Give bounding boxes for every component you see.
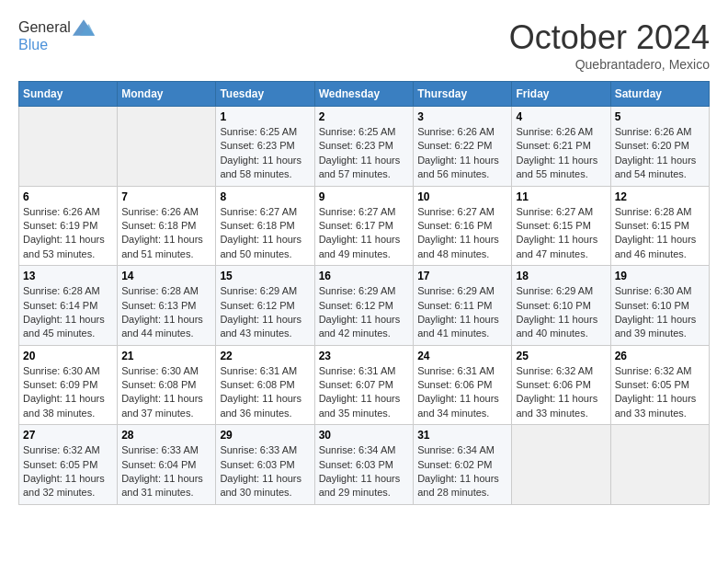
day-info: Sunrise: 6:26 AMSunset: 6:18 PMDaylight:… bbox=[121, 205, 211, 262]
page-header: General Blue October 2024 Quebrantadero,… bbox=[18, 18, 710, 72]
day-info: Sunrise: 6:32 AMSunset: 6:05 PMDaylight:… bbox=[615, 364, 705, 421]
title-block: October 2024 Quebrantadero, Mexico bbox=[509, 18, 710, 72]
day-info: Sunrise: 6:32 AMSunset: 6:06 PMDaylight:… bbox=[516, 364, 606, 421]
day-number: 14 bbox=[121, 270, 211, 282]
weekday-header: Sunday bbox=[19, 82, 118, 107]
day-number: 12 bbox=[615, 190, 705, 203]
day-number: 8 bbox=[220, 190, 310, 203]
weekday-header: Saturday bbox=[610, 82, 709, 107]
calendar-cell bbox=[512, 425, 610, 505]
day-number: 7 bbox=[121, 190, 211, 203]
calendar-cell: 19Sunrise: 6:30 AMSunset: 6:10 PMDayligh… bbox=[610, 266, 709, 346]
day-info: Sunrise: 6:25 AMSunset: 6:23 PMDaylight:… bbox=[319, 125, 410, 182]
day-info: Sunrise: 6:34 AMSunset: 6:03 PMDaylight:… bbox=[319, 443, 410, 500]
day-number: 19 bbox=[615, 270, 705, 282]
calendar-cell: 25Sunrise: 6:32 AMSunset: 6:06 PMDayligh… bbox=[512, 345, 610, 425]
header-row: SundayMondayTuesdayWednesdayThursdayFrid… bbox=[19, 82, 710, 107]
day-number: 18 bbox=[516, 270, 606, 282]
day-info: Sunrise: 6:28 AMSunset: 6:15 PMDaylight:… bbox=[615, 205, 705, 262]
day-number: 6 bbox=[23, 190, 113, 203]
day-info: Sunrise: 6:27 AMSunset: 6:18 PMDaylight:… bbox=[220, 205, 310, 262]
day-number: 24 bbox=[417, 350, 507, 362]
calendar-cell: 8Sunrise: 6:27 AMSunset: 6:18 PMDaylight… bbox=[216, 186, 314, 266]
logo: General Blue bbox=[18, 18, 95, 53]
weekday-header: Wednesday bbox=[314, 82, 414, 107]
calendar-cell: 6Sunrise: 6:26 AMSunset: 6:19 PMDaylight… bbox=[19, 186, 118, 266]
calendar-cell: 7Sunrise: 6:26 AMSunset: 6:18 PMDaylight… bbox=[118, 186, 216, 266]
day-info: Sunrise: 6:25 AMSunset: 6:23 PMDaylight:… bbox=[220, 125, 310, 182]
day-info: Sunrise: 6:29 AMSunset: 6:12 PMDaylight:… bbox=[319, 284, 410, 341]
calendar-cell: 10Sunrise: 6:27 AMSunset: 6:16 PMDayligh… bbox=[414, 186, 512, 266]
logo-icon bbox=[73, 18, 95, 37]
calendar-cell: 2Sunrise: 6:25 AMSunset: 6:23 PMDaylight… bbox=[314, 107, 414, 187]
day-info: Sunrise: 6:26 AMSunset: 6:20 PMDaylight:… bbox=[615, 125, 705, 182]
day-number: 28 bbox=[121, 429, 211, 442]
calendar-cell: 11Sunrise: 6:27 AMSunset: 6:15 PMDayligh… bbox=[512, 186, 610, 266]
calendar-cell: 22Sunrise: 6:31 AMSunset: 6:08 PMDayligh… bbox=[216, 345, 314, 425]
day-number: 10 bbox=[417, 190, 507, 203]
calendar-body: 1Sunrise: 6:25 AMSunset: 6:23 PMDaylight… bbox=[19, 107, 710, 505]
day-info: Sunrise: 6:33 AMSunset: 6:03 PMDaylight:… bbox=[220, 443, 310, 500]
calendar-cell: 21Sunrise: 6:30 AMSunset: 6:08 PMDayligh… bbox=[118, 345, 216, 425]
day-info: Sunrise: 6:31 AMSunset: 6:06 PMDaylight:… bbox=[417, 364, 507, 421]
day-info: Sunrise: 6:29 AMSunset: 6:12 PMDaylight:… bbox=[220, 284, 310, 341]
day-number: 17 bbox=[417, 270, 507, 282]
calendar-cell: 23Sunrise: 6:31 AMSunset: 6:07 PMDayligh… bbox=[314, 345, 414, 425]
calendar-cell: 29Sunrise: 6:33 AMSunset: 6:03 PMDayligh… bbox=[216, 425, 314, 505]
day-info: Sunrise: 6:28 AMSunset: 6:13 PMDaylight:… bbox=[121, 284, 211, 341]
day-number: 3 bbox=[417, 110, 507, 123]
day-info: Sunrise: 6:29 AMSunset: 6:10 PMDaylight:… bbox=[516, 284, 606, 341]
calendar-cell: 20Sunrise: 6:30 AMSunset: 6:09 PMDayligh… bbox=[19, 345, 118, 425]
calendar-table: SundayMondayTuesdayWednesdayThursdayFrid… bbox=[18, 81, 710, 505]
day-info: Sunrise: 6:34 AMSunset: 6:02 PMDaylight:… bbox=[417, 443, 507, 500]
day-number: 27 bbox=[23, 429, 113, 442]
day-number: 30 bbox=[319, 429, 410, 442]
day-number: 31 bbox=[417, 429, 507, 442]
day-number: 15 bbox=[220, 270, 310, 282]
calendar-cell: 1Sunrise: 6:25 AMSunset: 6:23 PMDaylight… bbox=[216, 107, 314, 187]
day-number: 13 bbox=[23, 270, 113, 282]
calendar-week-row: 13Sunrise: 6:28 AMSunset: 6:14 PMDayligh… bbox=[19, 266, 710, 346]
day-number: 26 bbox=[615, 350, 705, 362]
day-info: Sunrise: 6:29 AMSunset: 6:11 PMDaylight:… bbox=[417, 284, 507, 341]
day-number: 23 bbox=[319, 350, 410, 362]
day-info: Sunrise: 6:30 AMSunset: 6:09 PMDaylight:… bbox=[23, 364, 113, 421]
calendar-cell: 16Sunrise: 6:29 AMSunset: 6:12 PMDayligh… bbox=[314, 266, 414, 346]
day-info: Sunrise: 6:27 AMSunset: 6:16 PMDaylight:… bbox=[417, 205, 507, 262]
day-info: Sunrise: 6:27 AMSunset: 6:15 PMDaylight:… bbox=[516, 205, 606, 262]
weekday-header: Tuesday bbox=[216, 82, 314, 107]
location-text: Quebrantadero, Mexico bbox=[509, 57, 710, 72]
calendar-cell: 5Sunrise: 6:26 AMSunset: 6:20 PMDaylight… bbox=[610, 107, 709, 187]
day-info: Sunrise: 6:31 AMSunset: 6:08 PMDaylight:… bbox=[220, 364, 310, 421]
day-number: 16 bbox=[319, 270, 410, 282]
calendar-week-row: 20Sunrise: 6:30 AMSunset: 6:09 PMDayligh… bbox=[19, 345, 710, 425]
day-info: Sunrise: 6:30 AMSunset: 6:08 PMDaylight:… bbox=[121, 364, 211, 421]
day-number: 1 bbox=[220, 110, 310, 123]
calendar-cell: 9Sunrise: 6:27 AMSunset: 6:17 PMDaylight… bbox=[314, 186, 414, 266]
calendar-cell bbox=[19, 107, 118, 187]
day-info: Sunrise: 6:32 AMSunset: 6:05 PMDaylight:… bbox=[23, 443, 113, 500]
calendar-cell: 26Sunrise: 6:32 AMSunset: 6:05 PMDayligh… bbox=[610, 345, 709, 425]
calendar-cell: 17Sunrise: 6:29 AMSunset: 6:11 PMDayligh… bbox=[414, 266, 512, 346]
calendar-cell: 31Sunrise: 6:34 AMSunset: 6:02 PMDayligh… bbox=[414, 425, 512, 505]
logo-blue-text: Blue bbox=[18, 37, 95, 53]
day-number: 22 bbox=[220, 350, 310, 362]
day-info: Sunrise: 6:26 AMSunset: 6:21 PMDaylight:… bbox=[516, 125, 606, 182]
day-number: 9 bbox=[319, 190, 410, 203]
day-number: 29 bbox=[220, 429, 310, 442]
calendar-week-row: 1Sunrise: 6:25 AMSunset: 6:23 PMDaylight… bbox=[19, 107, 710, 187]
calendar-cell: 15Sunrise: 6:29 AMSunset: 6:12 PMDayligh… bbox=[216, 266, 314, 346]
day-number: 25 bbox=[516, 350, 606, 362]
day-info: Sunrise: 6:30 AMSunset: 6:10 PMDaylight:… bbox=[615, 284, 705, 341]
calendar-cell: 27Sunrise: 6:32 AMSunset: 6:05 PMDayligh… bbox=[19, 425, 118, 505]
calendar-week-row: 6Sunrise: 6:26 AMSunset: 6:19 PMDaylight… bbox=[19, 186, 710, 266]
day-info: Sunrise: 6:31 AMSunset: 6:07 PMDaylight:… bbox=[319, 364, 410, 421]
calendar-cell bbox=[118, 107, 216, 187]
calendar-cell: 3Sunrise: 6:26 AMSunset: 6:22 PMDaylight… bbox=[414, 107, 512, 187]
calendar-cell: 12Sunrise: 6:28 AMSunset: 6:15 PMDayligh… bbox=[610, 186, 709, 266]
calendar-cell: 18Sunrise: 6:29 AMSunset: 6:10 PMDayligh… bbox=[512, 266, 610, 346]
calendar-cell: 14Sunrise: 6:28 AMSunset: 6:13 PMDayligh… bbox=[118, 266, 216, 346]
logo-general-text: General bbox=[18, 19, 71, 36]
calendar-cell bbox=[610, 425, 709, 505]
day-number: 11 bbox=[516, 190, 606, 203]
